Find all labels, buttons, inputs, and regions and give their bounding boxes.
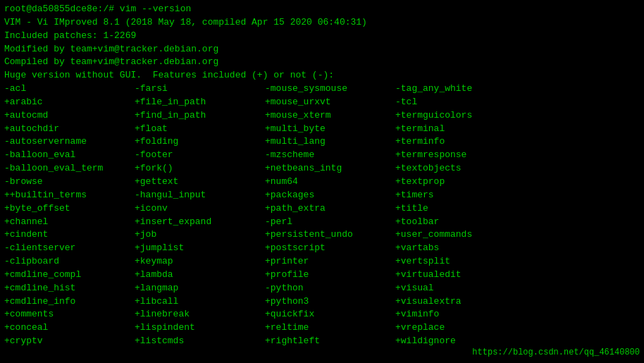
terminal-line-1: root@da50855dce8e:/# vim --version	[4, 3, 640, 16]
feature-cell: +visual	[395, 282, 526, 295]
feature-cell: -balloon_eval	[4, 149, 135, 162]
feature-cell: +jumplist	[135, 242, 265, 255]
feature-cell: -python	[265, 282, 395, 295]
feature-cell: +textprop	[395, 176, 526, 189]
feature-cell: +libcall	[135, 295, 265, 309]
terminal-line-3: Included patches: 1-2269	[4, 30, 640, 43]
feature-cell: -farsi	[135, 82, 265, 96]
feature-cell: +terminal	[395, 123, 526, 136]
feature-cell: +byte_offset	[4, 202, 135, 216]
terminal-line-5: Compiled by team+vim@tracker.debian.org	[4, 56, 640, 69]
feature-cell: -hangul_input	[135, 189, 265, 202]
feature-cell: -footer	[135, 149, 265, 162]
feature-cell: +fork()	[135, 162, 265, 176]
feature-cell: +toolbar	[395, 216, 526, 229]
feature-cell: +keymap	[135, 255, 265, 269]
feature-cell: +cmdline_compl	[4, 269, 135, 282]
feature-cell: +cmdline_info	[4, 295, 135, 309]
feature-cell: -clientserver	[4, 242, 135, 255]
terminal-container: root@da50855dce8e:/# vim --version VIM -…	[4, 3, 640, 348]
feature-cell: +conceal	[4, 321, 135, 335]
feature-cell: +cryptv	[4, 335, 135, 348]
feature-cell: +wildignore	[395, 335, 526, 348]
feature-cell: +channel	[4, 216, 135, 229]
feature-cell: +file_in_path	[135, 96, 265, 109]
feature-cell: +gettext	[135, 176, 265, 189]
feature-cell: +listcmds	[135, 335, 265, 348]
feature-cell: +mouse_xterm	[265, 109, 395, 123]
feature-cell: +multi_lang	[265, 135, 395, 149]
feature-cell: +mouse_urxvt	[265, 96, 395, 109]
feature-cell: +vreplace	[395, 321, 526, 335]
feature-cell: +terminfo	[395, 135, 526, 149]
feature-cell: +comments	[4, 308, 135, 321]
feature-cell: +cmdline_hist	[4, 282, 135, 295]
feature-cell: -balloon_eval_term	[4, 162, 135, 176]
feature-cell: +arabic	[4, 96, 135, 109]
feature-cell: -browse	[4, 176, 135, 189]
feature-cell: +rightleft	[265, 335, 395, 348]
feature-cell: ++builtin_terms	[4, 189, 135, 202]
feature-cell: +find_in_path	[135, 109, 265, 123]
feature-cell: +num64	[265, 176, 395, 189]
feature-cell: +vertsplit	[395, 255, 526, 269]
features-grid: -acl-farsi-mouse_sysmouse-tag_any_white+…	[4, 82, 640, 348]
feature-cell: +profile	[265, 269, 395, 282]
watermark: https://blog.csdn.net/qq_46140800	[472, 347, 640, 357]
feature-cell: +visualextra	[395, 295, 526, 309]
feature-cell: +packages	[265, 189, 395, 202]
feature-cell: +cindent	[4, 228, 135, 242]
feature-cell: +folding	[135, 135, 265, 149]
feature-cell: +autochdir	[4, 123, 135, 136]
feature-cell: +termresponse	[395, 149, 526, 162]
terminal-line-2: VIM - Vi IMproved 8.1 (2018 May 18, comp…	[4, 16, 640, 30]
feature-cell: -tag_any_white	[395, 82, 526, 96]
feature-cell: +vartabs	[395, 242, 526, 255]
feature-cell: +autocmd	[4, 109, 135, 123]
feature-cell: +termguicolors	[395, 109, 526, 123]
feature-cell: -mzscheme	[265, 149, 395, 162]
feature-cell: +netbeans_intg	[265, 162, 395, 176]
feature-cell: -acl	[4, 82, 135, 96]
feature-cell: +textobjects	[395, 162, 526, 176]
feature-cell: -mouse_sysmouse	[265, 82, 395, 96]
feature-cell: -tcl	[395, 96, 526, 109]
feature-cell: +viminfo	[395, 308, 526, 321]
feature-cell: +insert_expand	[135, 216, 265, 229]
feature-cell: +virtualedit	[395, 269, 526, 282]
feature-cell: +persistent_undo	[265, 228, 395, 242]
feature-cell: +reltime	[265, 321, 395, 335]
feature-cell: -clipboard	[4, 255, 135, 269]
feature-cell: +iconv	[135, 202, 265, 216]
feature-cell: +path_extra	[265, 202, 395, 216]
feature-cell: +user_commands	[395, 228, 526, 242]
feature-cell: +float	[135, 123, 265, 136]
feature-cell: +langmap	[135, 282, 265, 295]
feature-cell: +multi_byte	[265, 123, 395, 136]
feature-cell: +lispindent	[135, 321, 265, 335]
feature-cell: +linebreak	[135, 308, 265, 321]
feature-cell: +postscript	[265, 242, 395, 255]
terminal-line-6: Huge version without GUI. Features inclu…	[4, 69, 640, 82]
feature-cell: -autoservername	[4, 135, 135, 149]
feature-cell: +lambda	[135, 269, 265, 282]
terminal-line-4: Modified by team+vim@tracker.debian.org	[4, 43, 640, 56]
feature-cell: +quickfix	[265, 308, 395, 321]
feature-cell: +job	[135, 228, 265, 242]
feature-cell: +title	[395, 202, 526, 216]
feature-cell: +printer	[265, 255, 395, 269]
feature-cell: +timers	[395, 189, 526, 202]
feature-cell: +python3	[265, 295, 395, 309]
feature-cell: -perl	[265, 216, 395, 229]
